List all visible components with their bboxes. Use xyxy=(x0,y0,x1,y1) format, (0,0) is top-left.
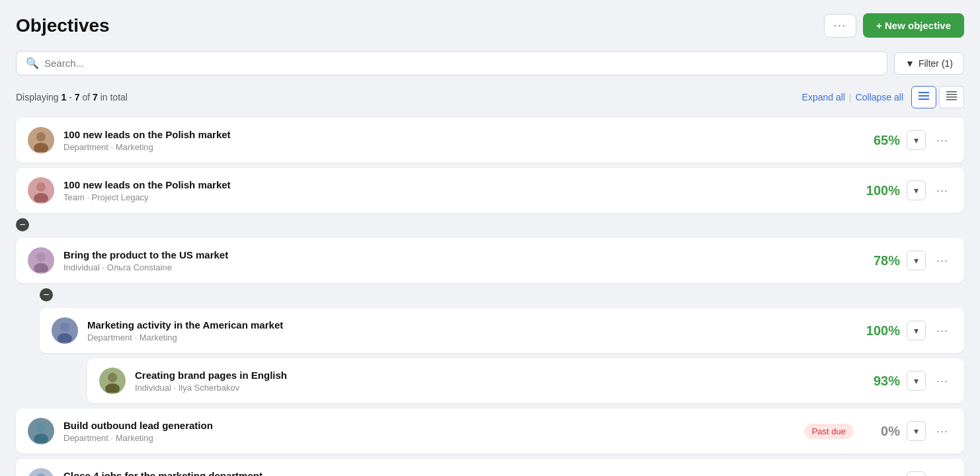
svg-point-19 xyxy=(36,473,46,476)
avatar xyxy=(52,317,78,344)
svg-point-9 xyxy=(36,182,46,192)
more-button[interactable]: ··· xyxy=(932,251,952,270)
svg-point-15 xyxy=(108,373,117,382)
objective-subtitle: Individual · Ilya Scherbakov xyxy=(135,383,851,393)
objective-right: 93% ▾ ··· xyxy=(860,371,952,391)
objective-subtitle: Department · Marketing xyxy=(87,333,851,342)
dropdown-button[interactable]: ▾ xyxy=(907,371,926,391)
search-box: 🔍 xyxy=(16,51,887,75)
percentage: 93% xyxy=(860,374,900,389)
collapse-icon[interactable]: − xyxy=(40,288,53,301)
objective-right: 100% ▾ ··· xyxy=(860,180,952,200)
objective-card: 100 new leads on the Polish market Depar… xyxy=(16,118,964,163)
avatar xyxy=(28,468,54,476)
svg-rect-6 xyxy=(946,99,957,100)
view-list-button[interactable] xyxy=(911,86,936,108)
objectives-list: 100 new leads on the Polish market Depar… xyxy=(16,118,964,476)
objective-card: Close 4 jobs for the marketing departmen… xyxy=(16,459,964,476)
filter-label: Filter (1) xyxy=(919,58,953,69)
past-due-badge: Past due xyxy=(804,424,854,439)
objective-card: 100 new leads on the Polish market Team … xyxy=(16,168,964,213)
percentage: 78% xyxy=(860,253,900,268)
svg-rect-4 xyxy=(946,94,957,95)
expand-all-button[interactable]: Expand all xyxy=(802,92,845,102)
objective-title: Close 4 jobs for the marketing departmen… xyxy=(63,470,851,477)
display-prefix: Displaying xyxy=(16,92,61,102)
objective-card: Creating brand pages in English Individu… xyxy=(87,358,964,403)
more-button[interactable]: ··· xyxy=(932,181,952,200)
objective-title: 100 new leads on the Polish market xyxy=(63,179,851,190)
range-end: 7 xyxy=(75,92,80,102)
svg-point-11 xyxy=(36,253,46,262)
svg-point-14 xyxy=(58,333,72,342)
separator: | xyxy=(849,92,852,102)
objective-right: Past due 0% ▾ ··· xyxy=(804,421,952,441)
svg-point-17 xyxy=(36,423,46,432)
svg-point-10 xyxy=(34,193,48,202)
display-controls: Expand all | Collapse all xyxy=(802,86,964,108)
objective-card: Marketing activity in the American marke… xyxy=(40,308,964,353)
svg-rect-2 xyxy=(919,99,929,100)
display-count: Displaying 1 - 7 of 7 in total xyxy=(16,92,128,102)
objective-info: Creating brand pages in English Individu… xyxy=(135,370,851,393)
collapse-icon[interactable]: − xyxy=(16,218,29,231)
dropdown-button[interactable]: ▾ xyxy=(907,180,926,200)
objective-subtitle: Department · Marketing xyxy=(63,142,851,152)
objective-info: Build outbound lead generation Departmen… xyxy=(63,420,795,443)
more-button[interactable]: ··· xyxy=(932,422,952,441)
percentage: 65% xyxy=(860,133,900,148)
new-objective-button[interactable]: + New objective xyxy=(863,13,964,38)
objective-info: Close 4 jobs for the marketing departmen… xyxy=(63,470,851,477)
more-button[interactable]: ··· xyxy=(932,472,952,477)
more-options-button[interactable]: ··· xyxy=(824,14,856,38)
dropdown-button[interactable]: ▾ xyxy=(907,321,926,340)
percentage: 100% xyxy=(860,474,900,477)
more-button[interactable]: ··· xyxy=(932,372,952,391)
objective-info: 100 new leads on the Polish market Depar… xyxy=(63,129,851,152)
filter-icon: ▼ xyxy=(905,58,915,69)
svg-point-8 xyxy=(34,143,48,152)
svg-point-16 xyxy=(105,383,120,393)
more-button[interactable]: ··· xyxy=(932,131,952,150)
objective-title: Creating brand pages in English xyxy=(135,370,851,381)
svg-rect-0 xyxy=(919,92,929,93)
page-title: Objectives xyxy=(16,15,110,36)
objective-info: Bring the product to the US market Indiv… xyxy=(63,249,851,272)
view-compact-button[interactable] xyxy=(939,86,964,108)
percentage: 0% xyxy=(860,424,900,439)
svg-rect-1 xyxy=(919,95,929,97)
objective-subtitle: Department · Marketing xyxy=(63,433,795,443)
dropdown-button[interactable]: ▾ xyxy=(907,421,926,441)
objective-title: 100 new leads on the Polish market xyxy=(63,129,851,140)
percentage: 100% xyxy=(860,183,900,198)
avatar xyxy=(28,418,54,444)
avatar xyxy=(99,368,126,394)
dropdown-button[interactable]: ▾ xyxy=(907,471,926,476)
search-input[interactable] xyxy=(44,58,878,69)
total-count: 7 xyxy=(93,92,98,102)
nested-level2: Creating brand pages in English Individu… xyxy=(87,358,964,403)
dropdown-button[interactable]: ▾ xyxy=(907,130,926,150)
more-button[interactable]: ··· xyxy=(932,321,952,340)
expand-collapse-links: Expand all | Collapse all xyxy=(802,92,903,102)
objective-info: Marketing activity in the American marke… xyxy=(87,319,851,342)
avatar xyxy=(28,247,54,274)
objective-right: 100% ▾ ··· xyxy=(860,321,952,340)
objective-right: 65% ▾ ··· xyxy=(860,130,952,150)
dropdown-button[interactable]: ▾ xyxy=(907,251,926,270)
objective-group: − Bring the product to the US market Ind… xyxy=(16,218,964,403)
search-filter-row: 🔍 ▼ Filter (1) xyxy=(16,51,964,75)
objective-subtitle: Individual · Ольга Constaine xyxy=(63,262,851,272)
svg-point-12 xyxy=(34,263,48,272)
view-toggle xyxy=(911,86,964,108)
objective-title: Marketing activity in the American marke… xyxy=(87,319,851,331)
group-header-row: − xyxy=(16,218,964,231)
filter-button[interactable]: ▼ Filter (1) xyxy=(894,52,964,75)
objective-title: Bring the product to the US market xyxy=(63,249,851,260)
collapse-all-button[interactable]: Collapse all xyxy=(856,92,903,102)
svg-rect-3 xyxy=(946,91,957,93)
svg-point-7 xyxy=(36,132,46,141)
objective-info: 100 new leads on the Polish market Team … xyxy=(63,179,851,202)
svg-rect-5 xyxy=(946,97,957,98)
page-header: Objectives ··· + New objective xyxy=(16,13,964,38)
